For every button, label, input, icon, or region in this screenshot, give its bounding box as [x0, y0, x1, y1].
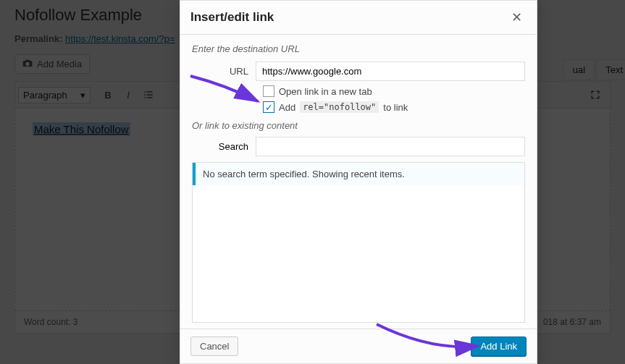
search-info-banner: No search term specified. Showing recent… — [193, 163, 524, 185]
cancel-button[interactable]: Cancel — [190, 337, 238, 356]
nofollow-prefix: Add — [279, 102, 295, 113]
url-label: URL — [192, 66, 256, 77]
existing-content-heading: Or link to existing content — [192, 120, 525, 131]
add-link-button[interactable]: Add Link — [471, 337, 527, 356]
new-tab-checkbox[interactable] — [263, 85, 274, 97]
dialog-footer: Cancel Add Link — [180, 329, 537, 363]
search-input[interactable] — [256, 137, 525, 156]
url-input[interactable] — [256, 62, 525, 81]
search-results[interactable]: No search term specified. Showing recent… — [192, 162, 525, 323]
new-tab-label: Open link in a new tab — [279, 86, 372, 97]
insert-link-dialog: Insert/edit link ✕ Enter the destination… — [180, 0, 537, 364]
nofollow-checkbox[interactable] — [263, 101, 274, 113]
new-tab-row: Open link in a new tab — [192, 85, 525, 97]
search-row: Search — [192, 137, 525, 156]
dialog-title: Insert/edit link — [190, 10, 274, 25]
close-button[interactable]: ✕ — [507, 8, 527, 27]
search-label: Search — [192, 141, 256, 152]
nofollow-code: rel="nofollow" — [300, 101, 379, 113]
dialog-body: Enter the destination URL URL Open link … — [180, 35, 537, 162]
nofollow-suffix: to link — [383, 102, 408, 113]
nofollow-row: Add rel="nofollow" to link — [192, 101, 525, 113]
enter-url-heading: Enter the destination URL — [192, 43, 525, 54]
url-row: URL — [192, 62, 525, 81]
close-icon: ✕ — [511, 10, 522, 25]
dialog-header: Insert/edit link ✕ — [180, 1, 537, 35]
